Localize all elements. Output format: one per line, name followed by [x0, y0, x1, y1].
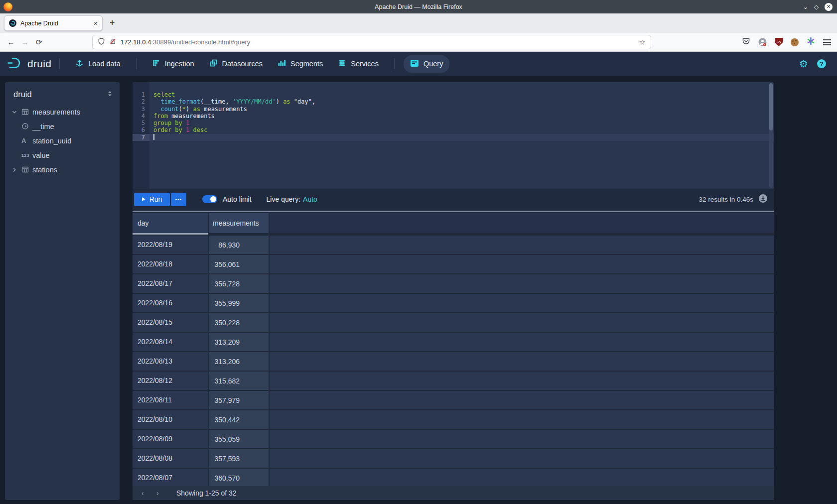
line-number: 7: [133, 134, 149, 141]
previous-page-icon[interactable]: ‹: [141, 489, 156, 497]
cell-day[interactable]: 2022/08/08: [133, 449, 208, 468]
nav-item-load-data[interactable]: Load data: [69, 55, 127, 72]
line-number: 1: [133, 91, 149, 98]
tree-item-value[interactable]: 123value: [5, 148, 120, 162]
help-icon[interactable]: ?: [817, 59, 826, 68]
cell-measurements[interactable]: 357,593: [209, 449, 269, 468]
table-row: 2022/08/10350,442: [133, 410, 774, 429]
cell-day[interactable]: 2022/08/15: [133, 313, 208, 332]
cell-measurements[interactable]: 313,209: [209, 333, 269, 351]
tree-item-station_uuid[interactable]: Astation_uuid: [5, 133, 120, 148]
nav-item-label: Datasources: [222, 60, 263, 68]
sql-token-pl: measurements: [168, 113, 215, 120]
cell-day[interactable]: 2022/08/16: [133, 294, 208, 312]
back-icon[interactable]: ←: [4, 38, 18, 46]
insecure-lock-icon[interactable]: [109, 37, 117, 47]
auto-limit-toggle[interactable]: [202, 195, 217, 203]
cell-measurements[interactable]: 356,728: [209, 274, 269, 293]
text-icon: A: [21, 137, 32, 144]
tree-item-label: __time: [32, 123, 54, 130]
next-page-icon[interactable]: ›: [156, 489, 171, 497]
load-data-icon: [75, 59, 84, 69]
window-close-button[interactable]: ✕: [825, 3, 833, 11]
account-icon[interactable]: [758, 38, 767, 46]
column-header-day[interactable]: day: [133, 213, 208, 233]
cell-measurements[interactable]: 313,206: [209, 352, 269, 371]
browser-tabbar: Apache Druid × +: [0, 13, 837, 33]
cell-measurements[interactable]: 356,061: [209, 255, 269, 273]
druid-navbar: druid Load dataIngestionDatasourcesSegme…: [0, 52, 837, 76]
cell-day[interactable]: 2022/08/12: [133, 372, 208, 390]
settings-gear-icon[interactable]: ⚙: [799, 59, 808, 69]
download-icon[interactable]: [758, 194, 768, 205]
menu-icon[interactable]: [823, 38, 831, 47]
druid-brand[interactable]: druid: [7, 57, 51, 71]
tracking-shield-icon[interactable]: [98, 37, 105, 47]
extension-asterisk-icon[interactable]: [807, 37, 815, 47]
code-line: order by 1 desc: [153, 126, 774, 133]
cell-day[interactable]: 2022/08/07: [133, 469, 208, 486]
table-row: 2022/08/18356,061: [133, 255, 774, 273]
panel-splitter[interactable]: [133, 211, 774, 212]
nav-item-datasources[interactable]: Datasources: [203, 55, 269, 72]
cell-measurements-value: 356,061: [212, 255, 240, 274]
cell-measurements[interactable]: 315,682: [209, 372, 269, 390]
cell-measurements[interactable]: 355,999: [209, 294, 269, 312]
cell-measurements[interactable]: 355,059: [209, 430, 269, 448]
line-number: 5: [133, 120, 149, 126]
cell-day[interactable]: 2022/08/19: [133, 236, 208, 254]
editor-scrollbar[interactable]: [769, 83, 773, 188]
nav-item-ingestion[interactable]: Ingestion: [145, 55, 201, 72]
cell-measurements[interactable]: 350,228: [209, 313, 269, 332]
browser-tab[interactable]: Apache Druid ×: [4, 15, 103, 31]
url-text[interactable]: 172.18.0.4:30899/unified-console.html#qu…: [121, 38, 250, 46]
cell-measurements[interactable]: 360,570: [209, 469, 269, 486]
chevron-down-icon[interactable]: [11, 109, 21, 115]
sql-token-pl: ): [276, 98, 283, 105]
nav-item-services[interactable]: Services: [331, 55, 385, 72]
cell-day[interactable]: 2022/08/13: [133, 352, 208, 371]
tree-item-stations[interactable]: stations: [5, 162, 120, 177]
cell-measurements-value: 355,999: [212, 294, 240, 313]
browser-toolbar: ← → ⟳ 172.18.0.4:30899/unified-console.h…: [0, 33, 837, 52]
tab-title: Apache Druid: [20, 20, 90, 27]
cell-measurements[interactable]: 350,442: [209, 410, 269, 429]
sql-token-kw: group by: [153, 120, 182, 126]
ublock-origin-icon[interactable]: uO: [775, 38, 783, 46]
nav-item-query[interactable]: Query: [404, 55, 450, 73]
cell-day[interactable]: 2022/08/17: [133, 274, 208, 293]
tab-close-icon[interactable]: ×: [94, 20, 98, 27]
cell-day[interactable]: 2022/08/18: [133, 255, 208, 273]
sql-token-pl: (: [179, 106, 182, 113]
query-panel: 1234567 select time_format(__time, 'YYYY…: [133, 82, 774, 500]
url-bar[interactable]: 172.18.0.4:30899/unified-console.html#qu…: [92, 35, 651, 49]
forward-icon[interactable]: →: [18, 38, 32, 46]
nav-item-segments[interactable]: Segments: [271, 55, 329, 72]
cell-day[interactable]: 2022/08/10: [133, 410, 208, 429]
run-more-button[interactable]: •••: [171, 193, 186, 206]
table-icon: [21, 166, 32, 173]
run-button[interactable]: Run: [134, 193, 170, 206]
cell-day[interactable]: 2022/08/11: [133, 391, 208, 409]
tree-item-measurements[interactable]: measurements: [5, 105, 120, 119]
cell-day[interactable]: 2022/08/14: [133, 333, 208, 351]
reload-icon[interactable]: ⟳: [32, 38, 46, 47]
new-tab-button[interactable]: +: [110, 18, 115, 28]
druid-logo-icon: [7, 57, 23, 71]
cookie-extension-icon[interactable]: [791, 38, 799, 46]
pocket-icon[interactable]: [742, 37, 750, 47]
chevron-right-icon[interactable]: [11, 167, 21, 173]
sql-token-pl: [189, 126, 193, 133]
cell-measurements[interactable]: 86,930: [209, 236, 269, 254]
cell-day[interactable]: 2022/08/09: [133, 430, 208, 448]
cell-measurements[interactable]: 357,979: [209, 391, 269, 409]
window-maximize-button[interactable]: ◇: [814, 3, 819, 10]
tree-item-__time[interactable]: __time: [5, 119, 120, 133]
bookmark-star-icon[interactable]: ☆: [639, 38, 646, 47]
live-query-value[interactable]: Auto: [303, 195, 317, 203]
schema-selector[interactable]: druid: [5, 82, 120, 105]
auto-limit-label[interactable]: Auto limit: [223, 195, 252, 203]
column-header-measurements[interactable]: measurements: [209, 213, 269, 233]
sql-editor[interactable]: 1234567 select time_format(__time, 'YYYY…: [133, 82, 774, 189]
window-minimize-button[interactable]: ⌄: [803, 3, 808, 10]
